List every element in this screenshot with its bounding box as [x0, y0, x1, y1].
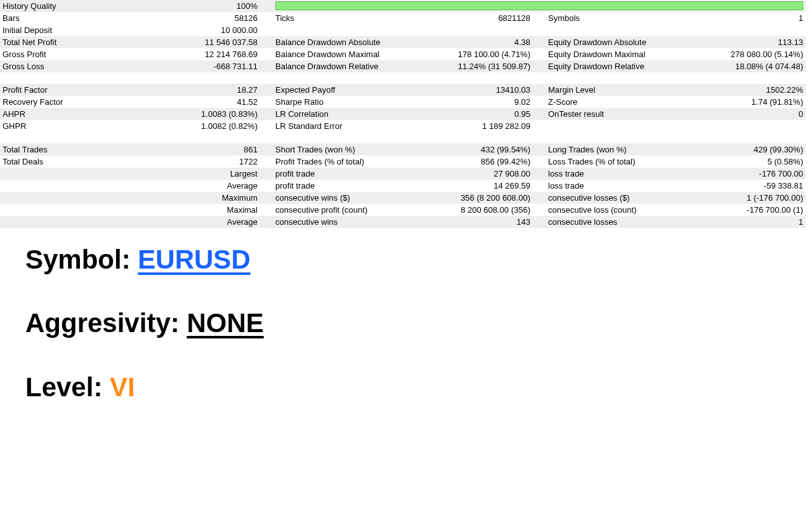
spacer: [533, 168, 546, 180]
metric-label: Total Trades: [0, 144, 102, 156]
metric-value: 1 (-176 700.00): [660, 192, 806, 204]
metric-value: 1722: [102, 156, 260, 168]
metric-value: 178 100.00 (4.71%): [387, 48, 533, 60]
metric-value: 10 000.00: [102, 24, 260, 36]
aggresivity-label: Aggresivity:: [25, 308, 187, 338]
spacer: [533, 84, 546, 96]
metric-label: consecutive loss (count): [546, 204, 660, 216]
level-label: Level:: [25, 372, 110, 402]
metric-value: Maximal: [102, 204, 260, 216]
metric-label: Short Trades (won %): [273, 144, 387, 156]
metric-label: Ticks: [273, 12, 387, 24]
metric-value: 58126: [102, 12, 260, 24]
metric-label: loss trade: [546, 168, 660, 180]
metric-value: 356 (8 200 608.00): [387, 192, 533, 204]
metric-label: Balance Drawdown Absolute: [273, 36, 387, 48]
metric-label: [546, 24, 660, 36]
metric-value: 9.02: [387, 96, 533, 108]
metric-label: Total Net Profit: [0, 36, 102, 48]
metric-label: LR Standard Error: [273, 120, 387, 132]
metric-value: 13410.03: [387, 84, 533, 96]
spacer: [260, 168, 273, 180]
metric-label: Margin Level: [546, 84, 660, 96]
metric-value: 278 080.00 (5.14%): [660, 48, 806, 60]
spacer: [260, 48, 273, 60]
metric-label: Equity Drawdown Absolute: [546, 36, 660, 48]
metric-value: 8 200 608.00 (356): [387, 204, 533, 216]
metric-value: 1.74 (91.81%): [660, 96, 806, 108]
metric-label: History Quality: [0, 0, 102, 12]
spacer: [260, 192, 273, 204]
metric-label: profit trade: [273, 180, 387, 192]
metric-label: OnTester result: [546, 108, 660, 120]
spacer: [260, 216, 273, 228]
metric-value: 1502.22%: [660, 84, 806, 96]
spacer: [260, 156, 273, 168]
spacer: [533, 12, 546, 24]
metric-value: [387, 24, 533, 36]
spacer: [260, 180, 273, 192]
metric-label: [0, 204, 102, 216]
metric-value: Average: [102, 216, 260, 228]
symbol-line: Symbol: EURUSD: [25, 244, 787, 275]
spacer: [533, 204, 546, 216]
row-gap: [0, 72, 806, 84]
symbol-value: EURUSD: [138, 244, 250, 274]
metric-value: -176 700.00 (1): [660, 204, 806, 216]
spacer: [260, 96, 273, 108]
metric-label: Sharpe Ratio: [273, 96, 387, 108]
metric-label: Gross Profit: [0, 48, 102, 60]
metric-value: 143: [387, 216, 533, 228]
aggresivity-line: Aggresivity: NONE: [25, 308, 787, 338]
spacer: [260, 0, 273, 12]
metric-label: consecutive wins ($): [273, 192, 387, 204]
metric-label: Balance Drawdown Relative: [273, 60, 387, 72]
metric-label: Profit Factor: [0, 84, 102, 96]
metric-value: 432 (99.54%): [387, 144, 533, 156]
metric-value: [660, 120, 806, 132]
metric-value: 1: [660, 12, 806, 24]
metric-label: Equity Drawdown Maximal: [546, 48, 660, 60]
metric-label: Balance Drawdown Maximal: [273, 48, 387, 60]
metric-label: consecutive losses ($): [546, 192, 660, 204]
metric-value: 11.24% (31 509.87): [387, 60, 533, 72]
metric-label: [0, 180, 102, 192]
metric-label: GHPR: [0, 120, 102, 132]
spacer: [533, 24, 546, 36]
history-quality-bar: [275, 1, 803, 10]
metric-label: Equity Drawdown Relative: [546, 60, 660, 72]
metric-label: Recovery Factor: [0, 96, 102, 108]
metric-value: 14 269.59: [387, 180, 533, 192]
metric-label: profit trade: [273, 168, 387, 180]
metric-label: Total Deals: [0, 156, 102, 168]
metric-label: Loss Trades (% of total): [546, 156, 660, 168]
metric-label: [0, 216, 102, 228]
metric-label: consecutive wins: [273, 216, 387, 228]
metric-value: -176 700.00: [660, 168, 806, 180]
level-line: Level: VI: [25, 372, 787, 403]
metric-label: Profit Trades (% of total): [273, 156, 387, 168]
metric-value: Maximum: [102, 192, 260, 204]
metric-value: 5 (0.58%): [660, 156, 806, 168]
metric-value: 861: [102, 144, 260, 156]
spacer: [260, 84, 273, 96]
summary-titles: Symbol: EURUSD Aggresivity: NONE Level: …: [0, 228, 812, 448]
spacer: [533, 120, 546, 132]
metric-value: 100%: [102, 0, 260, 12]
symbol-label: Symbol:: [25, 244, 138, 274]
metric-value: [660, 24, 806, 36]
metric-label: Symbols: [546, 12, 660, 24]
metric-label: Expected Payoff: [273, 84, 387, 96]
metric-label: AHPR: [0, 108, 102, 120]
metric-value: 18.27: [102, 84, 260, 96]
aggresivity-value: NONE: [187, 308, 263, 338]
metric-label: consecutive losses: [546, 216, 660, 228]
spacer: [533, 144, 546, 156]
spacer: [260, 144, 273, 156]
history-quality-bar-wrap: [273, 0, 806, 12]
metric-label: Z-Score: [546, 96, 660, 108]
metric-value: 856 (99.42%): [387, 156, 533, 168]
metric-value: Average: [102, 180, 260, 192]
spacer: [533, 60, 546, 72]
metric-label: Bars: [0, 12, 102, 24]
